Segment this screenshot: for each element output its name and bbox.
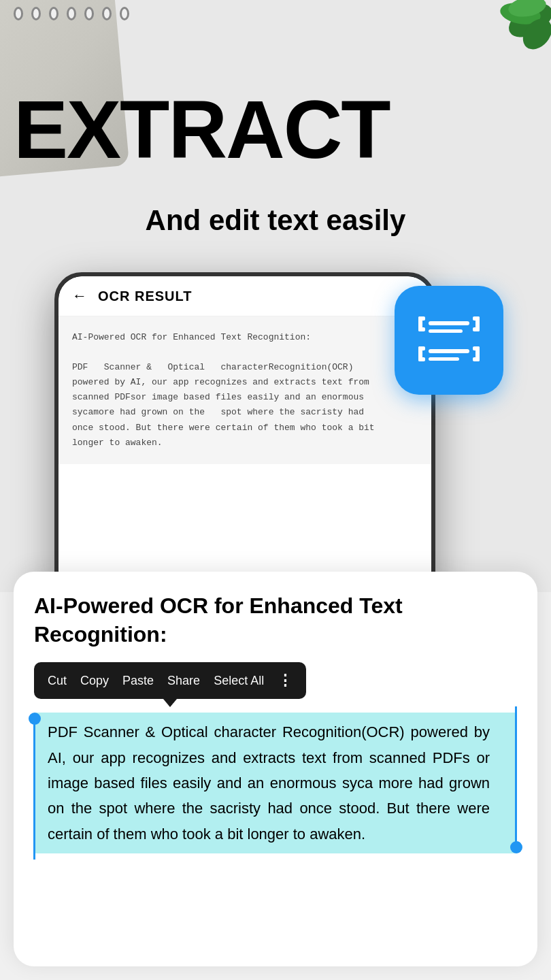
spiral-ring — [49, 7, 59, 20]
bottom-card: AI-Powered OCR for Enhanced Text Recogni… — [14, 572, 537, 966]
spiral-ring — [102, 7, 112, 20]
svg-rect-17 — [473, 357, 480, 361]
hero-title: EXTRACT — [0, 88, 551, 170]
spiral-ring — [84, 7, 94, 20]
selection-handle-right — [510, 841, 522, 853]
svg-rect-14 — [418, 357, 425, 361]
ocr-icon-inner — [415, 313, 483, 368]
phone-header: ← OCR RESULT — [59, 276, 431, 316]
spiral-ring — [120, 7, 129, 20]
context-menu-toolbar: Cut Copy Paste Share Select All ⋮ — [34, 662, 306, 699]
paste-button[interactable]: Paste — [122, 674, 154, 688]
phone-mockup: ← OCR RESULT AI-Powered OCR for Enhanced… — [54, 272, 435, 592]
spiral-ring — [67, 7, 76, 20]
more-options-button[interactable]: ⋮ — [278, 672, 293, 689]
svg-rect-9 — [473, 327, 480, 331]
selected-text-content: PDF Scanner & Optical character Recognit… — [48, 723, 490, 843]
select-all-button[interactable]: Select All — [214, 674, 264, 688]
cut-button[interactable]: Cut — [48, 674, 67, 688]
selection-handle-left — [29, 713, 41, 725]
svg-rect-18 — [429, 349, 469, 353]
spiral-ring — [31, 7, 41, 20]
phone-screen: ← OCR RESULT AI-Powered OCR for Enhanced… — [59, 276, 431, 592]
svg-rect-6 — [418, 327, 425, 331]
background: EXTRACT And edit text easily ← OCR RESUL… — [0, 0, 551, 592]
copy-button[interactable]: Copy — [80, 674, 109, 688]
phone-screen-title: OCR RESULT — [98, 289, 193, 304]
phone-ocr-content: AI-Powered OCR for Enhanced Text Recogni… — [59, 316, 431, 464]
share-button[interactable]: Share — [167, 674, 200, 688]
ocr-app-icon[interactable] — [395, 286, 503, 395]
svg-rect-19 — [429, 357, 459, 361]
plant-decoration — [469, 0, 551, 68]
svg-rect-11 — [429, 329, 463, 333]
back-arrow-icon: ← — [72, 287, 87, 305]
spiral-ring — [14, 7, 23, 20]
hero-subtitle: And edit text easily — [0, 204, 551, 237]
notebook-spiral — [14, 7, 136, 20]
svg-rect-10 — [429, 321, 469, 325]
card-title: AI-Powered OCR for Enhanced Text Recogni… — [34, 592, 517, 649]
selected-text-area[interactable]: PDF Scanner & Optical character Recognit… — [34, 713, 517, 853]
